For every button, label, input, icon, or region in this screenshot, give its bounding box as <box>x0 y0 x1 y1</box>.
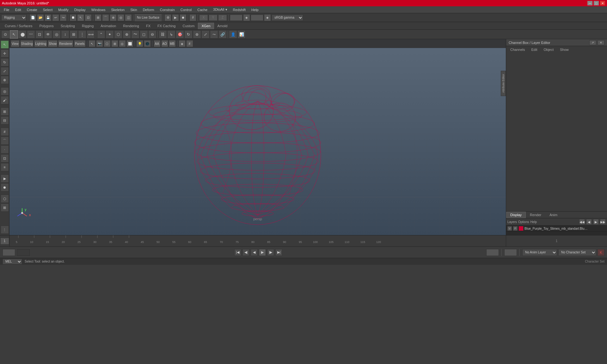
select-icon[interactable]: ↖ <box>10 30 18 39</box>
menu-cache[interactable]: Cache <box>195 7 210 12</box>
menu-skin[interactable]: Skin <box>128 7 139 12</box>
rotate-tool[interactable]: ↻ <box>1 58 9 66</box>
select-by-hierarchy[interactable]: 🔲 <box>70 14 77 21</box>
channels-tab[interactable]: Channels <box>507 47 528 52</box>
snap-view[interactable]: ◫ <box>125 14 132 21</box>
tab-animation[interactable]: Animation <box>97 23 120 29</box>
snap-icon[interactable]: ⊙ <box>1 30 9 39</box>
select-btn[interactable]: ↖ <box>77 14 84 21</box>
playback-end-input[interactable]: 120 <box>486 249 499 256</box>
vp-camera-btn[interactable]: 📷 <box>96 40 103 47</box>
lasso-btn[interactable]: ⊡ <box>85 14 92 21</box>
ik-icon[interactable]: ↕ <box>61 30 69 39</box>
weight-icon[interactable]: ⋮ <box>78 30 86 39</box>
vp-aa-btn[interactable]: AA <box>154 40 161 47</box>
exposure-clamp[interactable]: ◈ <box>243 14 250 21</box>
show-manip[interactable]: ⊞ <box>1 107 9 116</box>
mode-dropdown[interactable]: Rigging <box>1 15 27 21</box>
layer-nav-4[interactable]: ▶▶ <box>600 219 606 225</box>
snap-curve[interactable]: ⌒ <box>102 14 109 21</box>
wire-icon[interactable]: 〜 <box>131 30 139 39</box>
vp-select-btn[interactable]: ↖ <box>89 40 95 47</box>
anim-layer-dropdown[interactable]: No Anim Layer <box>522 249 557 256</box>
playblast-left[interactable]: ⏺ <box>1 183 9 191</box>
vp-ao-btn[interactable]: AO <box>161 40 168 47</box>
tab-arnold[interactable]: Arnold <box>214 23 231 29</box>
attribute-editor-tab[interactable]: Attribute Editor <box>501 71 506 96</box>
vp-view-menu[interactable]: View <box>11 40 20 47</box>
menu-redshift[interactable]: Redshift <box>230 7 248 12</box>
tab-curves-surfaces[interactable]: Curves / Surfaces <box>1 23 36 29</box>
render-left[interactable]: ▶ <box>1 174 9 183</box>
layer-vis-v[interactable]: V <box>507 226 512 231</box>
menu-edit[interactable]: Edit <box>13 7 24 12</box>
menu-display[interactable]: Display <box>72 7 88 12</box>
vp-motion-blur[interactable]: MB <box>169 40 176 47</box>
minimize-button[interactable]: ─ <box>587 1 592 5</box>
step-fwd-btn[interactable]: |▶ <box>267 249 274 256</box>
help-label[interactable]: Help <box>530 220 537 224</box>
display-tab-display[interactable]: Display <box>506 212 526 218</box>
vp-grid-show[interactable]: # <box>186 40 193 47</box>
snap-surface[interactable]: ◎ <box>117 14 124 21</box>
blend-icon[interactable]: ⊕ <box>123 30 131 39</box>
display-tab-anim[interactable]: Anim <box>545 212 561 218</box>
options-label[interactable]: Options <box>518 220 529 224</box>
snap-grid[interactable]: ⊞ <box>95 14 101 21</box>
anim-icon[interactable]: 📊 <box>237 30 246 39</box>
vp-lights-btn[interactable]: 💡 <box>136 40 143 47</box>
vp-isolate[interactable]: ◈ <box>179 40 186 47</box>
object-tab[interactable]: Object <box>541 47 556 52</box>
vp-renderer-menu[interactable]: Renderer <box>58 40 73 47</box>
snap-point-left[interactable]: · <box>1 145 9 154</box>
parent-icon[interactable]: ↳ <box>167 30 175 39</box>
shrink-icon[interactable]: ⊖ <box>148 30 156 39</box>
script-mode-dropdown[interactable]: MEL Python <box>3 259 22 264</box>
vp-smooth-btn[interactable]: ◎ <box>119 40 126 47</box>
persp-left[interactable]: ⬡ <box>1 195 9 203</box>
vp-shading-menu[interactable]: Shading <box>20 40 34 47</box>
jump-start-btn[interactable]: |◀ <box>234 249 241 256</box>
step-back-btn[interactable]: ◀| <box>242 249 249 256</box>
scale-constraint[interactable]: ⤢ <box>201 30 210 39</box>
grid-btn[interactable]: # <box>189 14 196 21</box>
bind-icon[interactable]: ⊞ <box>70 30 78 39</box>
range-end-input[interactable]: 200 <box>504 249 517 256</box>
layer-vis-p[interactable]: P <box>513 226 518 231</box>
range-start-input[interactable]: 1 <box>3 249 15 256</box>
point-constraint[interactable]: ⊛ <box>193 30 201 39</box>
move-tool[interactable]: ✛ <box>1 49 9 58</box>
auto-key-btn[interactable]: K <box>598 249 604 256</box>
tab-rendering[interactable]: Rendering <box>120 23 143 29</box>
channel-left[interactable]: ≡ <box>1 163 9 171</box>
menu-skeleton[interactable]: Skeleton <box>108 7 127 12</box>
deform-icon[interactable]: ⌃ <box>97 30 105 39</box>
menu-control[interactable]: Control <box>178 7 194 12</box>
snap-curve-left[interactable]: ⌒ <box>1 136 9 145</box>
character-set-dropdown[interactable]: No Character Set <box>558 249 596 256</box>
gamma-clamp[interactable]: ◈ <box>264 14 271 21</box>
motion-path[interactable]: ⤳ <box>210 30 218 39</box>
layer-nav-1[interactable]: ◀◀ <box>579 219 585 225</box>
redo-btn[interactable]: ↪ <box>60 14 67 21</box>
tab-polygons[interactable]: Polygons <box>36 23 57 29</box>
aim-icon[interactable]: 🎯 <box>176 30 184 39</box>
z-input[interactable] <box>218 15 227 21</box>
viewport[interactable]: View Shading Lighting Show Renderer Pane… <box>9 39 506 235</box>
vp-wire-btn[interactable]: ⊞ <box>111 40 118 47</box>
channel-box-close[interactable]: ✕ <box>598 40 604 45</box>
history-left[interactable]: ⊡ <box>1 154 9 162</box>
layer-nav-3[interactable]: ▶ <box>593 219 599 225</box>
exposure-input[interactable]: 0.00 <box>230 15 242 21</box>
vp-lighting-menu[interactable]: Lighting <box>34 40 47 47</box>
lattice-icon[interactable]: ⬡ <box>114 30 122 39</box>
snap-grid-left[interactable]: # <box>1 128 9 136</box>
menu-create[interactable]: Create <box>24 7 40 12</box>
play-back-btn[interactable]: ◀ <box>251 249 258 256</box>
menu-constrain[interactable]: Constrain <box>157 7 177 12</box>
gamma-dropdown[interactable]: sRGB gamma <box>272 15 303 21</box>
menu-modify[interactable]: Modify <box>56 7 71 12</box>
render-btn[interactable]: ▶ <box>172 14 179 21</box>
node-icon[interactable]: ⊡ <box>35 30 44 39</box>
constraint-icon[interactable]: ⛓ <box>159 30 167 39</box>
